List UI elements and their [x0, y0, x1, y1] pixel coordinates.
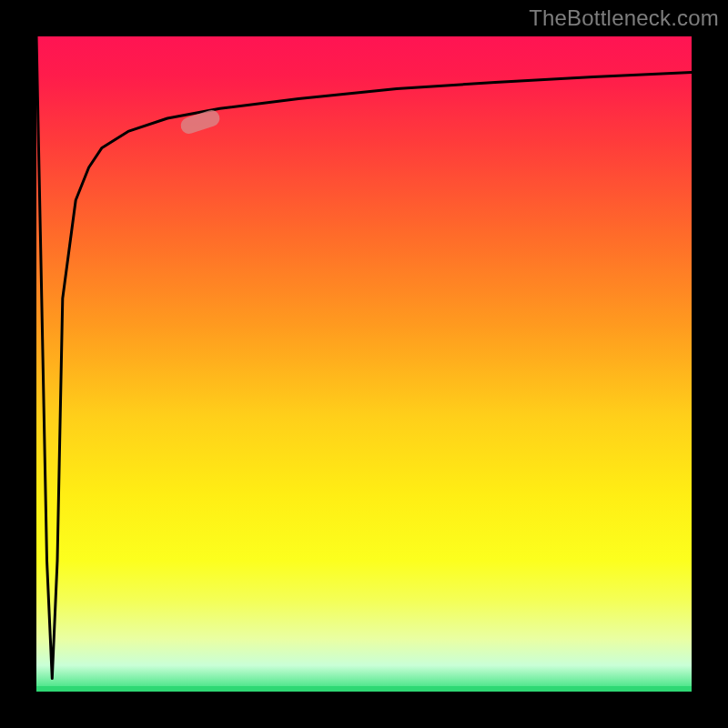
curve-layer: [36, 36, 692, 692]
plot-area: [36, 36, 692, 692]
watermark-text: TheBottleneck.com: [529, 5, 719, 31]
chart-container: TheBottleneck.com: [0, 0, 728, 728]
bottleneck-curve-path: [36, 36, 692, 679]
